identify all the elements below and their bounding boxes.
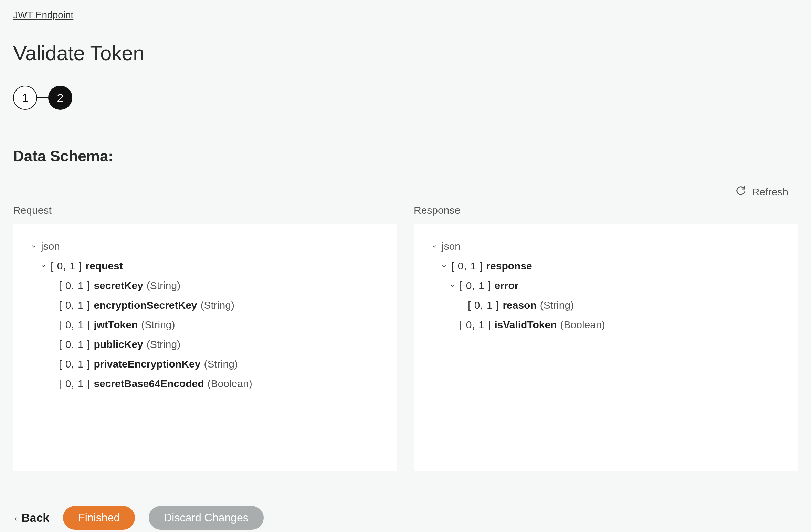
stepper: 1 2	[13, 86, 798, 110]
field-name: isValidToken	[494, 315, 557, 334]
tree-field[interactable]: [ 0, 1 ] reason (String)	[431, 295, 781, 315]
field-name: secretBase64Encoded	[94, 374, 204, 393]
back-button[interactable]: Back	[13, 511, 49, 524]
field-type: (String)	[540, 295, 574, 315]
cardinality: [ 0, 1 ]	[51, 256, 82, 276]
tree-field[interactable]: [ 0, 1 ] isValidToken (Boolean)	[431, 315, 781, 334]
tree-object[interactable]: [ 0, 1 ] request	[30, 256, 380, 276]
page-title: Validate Token	[13, 41, 798, 65]
field-name: error	[494, 276, 518, 295]
breadcrumb-link[interactable]: JWT Endpoint	[13, 10, 73, 21]
field-type: (Boolean)	[208, 374, 252, 393]
tree-field[interactable]: [ 0, 1 ] secretBase64Encoded (Boolean)	[30, 374, 380, 393]
request-label: Request	[13, 204, 397, 216]
field-name: encryptionSecretKey	[94, 295, 197, 315]
field-name: publicKey	[94, 334, 143, 354]
cardinality: [ 0, 1 ]	[59, 295, 90, 315]
tree-object[interactable]: [ 0, 1 ] error	[431, 276, 781, 295]
tree-field[interactable]: [ 0, 1 ] jwtToken (String)	[30, 315, 380, 334]
chevron-down-icon	[30, 243, 38, 249]
tree-root[interactable]: json	[431, 236, 781, 256]
discard-changes-button[interactable]: Discard Changes	[149, 506, 263, 530]
tree-field[interactable]: [ 0, 1 ] publicKey (String)	[30, 334, 380, 354]
field-name: secretKey	[94, 276, 143, 295]
chevron-down-icon	[440, 263, 448, 269]
cardinality: [ 0, 1 ]	[59, 334, 90, 354]
field-name: privateEncryptionKey	[94, 354, 200, 374]
cardinality: [ 0, 1 ]	[59, 315, 90, 334]
chevron-down-icon	[431, 243, 438, 249]
response-panel: json [ 0, 1 ] response [ 0, 1 ] error	[414, 224, 798, 471]
tree-root-label: json	[442, 236, 461, 256]
cardinality: [ 0, 1 ]	[59, 276, 90, 295]
response-label: Response	[414, 204, 798, 216]
field-type: (String)	[204, 354, 238, 374]
tree-field[interactable]: [ 0, 1 ] privateEncryptionKey (String)	[30, 354, 380, 374]
refresh-label: Refresh	[752, 186, 788, 198]
field-type: (Boolean)	[560, 315, 605, 334]
step-2[interactable]: 2	[48, 86, 72, 110]
request-panel: json [ 0, 1 ] request [ 0, 1 ] secretKey…	[13, 224, 397, 471]
chevron-down-icon	[40, 263, 47, 269]
cardinality: [ 0, 1 ]	[59, 354, 90, 374]
refresh-button[interactable]: Refresh	[736, 185, 788, 198]
tree-root-label: json	[41, 236, 60, 256]
cardinality: [ 0, 1 ]	[468, 295, 499, 315]
chevron-left-icon	[13, 511, 19, 524]
section-title: Data Schema:	[13, 148, 798, 165]
field-name: reason	[503, 295, 536, 315]
field-type: (String)	[147, 276, 180, 295]
refresh-icon	[736, 185, 746, 198]
field-type: (String)	[141, 315, 175, 334]
field-type: (String)	[147, 334, 180, 354]
step-connector	[37, 97, 48, 98]
field-name: response	[486, 256, 532, 276]
cardinality: [ 0, 1 ]	[59, 374, 90, 393]
tree-root[interactable]: json	[30, 236, 380, 256]
cardinality: [ 0, 1 ]	[460, 276, 491, 295]
finished-button[interactable]: Finished	[63, 506, 135, 530]
tree-field[interactable]: [ 0, 1 ] encryptionSecretKey (String)	[30, 295, 380, 315]
chevron-down-icon	[449, 283, 456, 289]
cardinality: [ 0, 1 ]	[460, 315, 491, 334]
tree-object[interactable]: [ 0, 1 ] response	[431, 256, 781, 276]
field-name: request	[85, 256, 123, 276]
tree-field[interactable]: [ 0, 1 ] secretKey (String)	[30, 276, 380, 295]
step-1[interactable]: 1	[13, 86, 37, 110]
back-label: Back	[21, 511, 49, 524]
field-type: (String)	[201, 295, 234, 315]
field-name: jwtToken	[94, 315, 138, 334]
cardinality: [ 0, 1 ]	[451, 256, 483, 276]
